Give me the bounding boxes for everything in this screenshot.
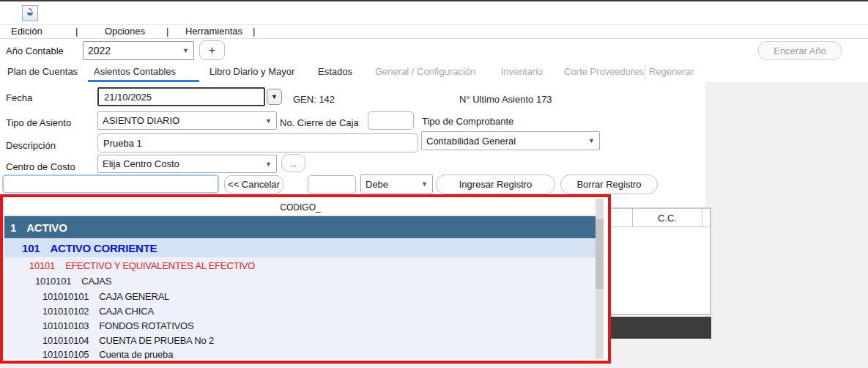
fecha-label: Fecha	[6, 92, 32, 103]
cuenta-search-input[interactable]	[2, 174, 219, 194]
entries-col-cc: C.C.	[633, 209, 702, 227]
chevron-down-icon: ▼	[265, 161, 272, 168]
chevron-down-icon: ▼	[421, 180, 428, 188]
account-name: ACTIVO	[26, 221, 67, 234]
popup-column-header: CODIGO_	[4, 199, 596, 216]
account-row[interactable]: 1 ACTIVO	[4, 216, 596, 238]
account-row-selected[interactable]: 101 ACTIVO CORRIENTE	[4, 238, 596, 257]
tipo-comprobante-label: Tipo de Comprobante	[422, 116, 513, 127]
account-name: CAJA CHICA	[99, 306, 154, 317]
valor-input[interactable]	[308, 175, 356, 194]
centro-costo-more-button[interactable]: ...	[281, 154, 305, 172]
java-coffee-cup-icon	[25, 7, 35, 20]
centro-costo-value: Elija Centro Costo	[103, 158, 262, 169]
entries-col-scroll	[702, 209, 710, 227]
tipo-asiento-label: Tipo de Asiento	[6, 117, 71, 128]
tab-divider	[645, 65, 645, 81]
account-name: CAJA GENERAL	[99, 291, 169, 302]
account-row[interactable]: 101010103 FONDOS ROTATIVOS	[4, 318, 596, 333]
account-row[interactable]: 101010101 CAJA GENERAL	[4, 289, 596, 303]
gen-text: GEN: 142	[293, 94, 335, 105]
account-name: CUENTA DE PRUEBA No 2	[99, 335, 214, 346]
account-row[interactable]: 101010104 CUENTA DE PRUEBA No 2	[4, 333, 596, 347]
account-code: 101	[22, 242, 40, 254]
debe-haber-value: Debe	[366, 179, 418, 190]
popup-scrollbar[interactable]	[596, 199, 604, 359]
popup-scrollbar-thumb[interactable]	[596, 219, 604, 289]
account-code-popup: CODIGO_ 1 ACTIVO 101 ACTIVO CORRIENTE 10…	[0, 194, 611, 364]
centro-costo-label: Centro de Costo	[6, 161, 75, 172]
account-row[interactable]: 10101 EFECTIVO Y EQUIVALENTES AL EFECTIV…	[4, 257, 596, 273]
menu-edicion[interactable]: Edición	[11, 26, 42, 37]
descripcion-label: Descripción	[6, 140, 56, 151]
descripcion-input[interactable]	[97, 133, 418, 152]
cierre-caja-input[interactable]	[368, 111, 414, 130]
debe-haber-select[interactable]: Debe ▼	[360, 174, 433, 194]
account-code: 101010105	[42, 347, 89, 359]
anio-contable-label: Año Contable	[6, 45, 64, 56]
account-name: ACTIVO CORRIENTE	[50, 242, 157, 254]
encerar-anio-button[interactable]: Encerar Año	[758, 41, 842, 60]
menu-separator: |	[253, 26, 255, 37]
app-window-icon[interactable]	[22, 5, 38, 21]
borrar-registro-button[interactable]: Borrar Registro	[560, 174, 658, 194]
tab-plan-de-cuentas[interactable]: Plan de Cuentas	[7, 66, 78, 77]
tab-libro-diario-mayor[interactable]: Libro Diario y Mayor	[209, 66, 294, 77]
toolbar-divider	[0, 24, 868, 25]
ingresar-registro-button[interactable]: Ingresar Registro	[436, 174, 555, 194]
account-row[interactable]: 101010102 CAJA CHICA	[4, 303, 596, 318]
menu-separator: |	[75, 26, 78, 37]
cancelar-button[interactable]: << Cancelar	[224, 175, 283, 194]
menu-opciones[interactable]: Opciones	[105, 26, 145, 37]
account-code: 10101	[29, 260, 55, 271]
account-name: CAJAS	[81, 276, 111, 287]
menubar-divider	[0, 38, 868, 39]
account-row-clipped[interactable]: 101010105 Cuenta de prueba	[4, 347, 596, 359]
account-code: 101010104	[42, 335, 89, 346]
cierre-caja-label: No. Cierre de Caja	[280, 117, 359, 128]
fecha-dropdown-button[interactable]: ▼	[267, 89, 282, 105]
account-code: 101010103	[42, 320, 89, 331]
chevron-down-icon: ▼	[588, 137, 595, 144]
chevron-down-icon: ▼	[271, 93, 278, 100]
tab-estados[interactable]: Estados	[318, 66, 352, 77]
account-name: EFECTIVO Y EQUIVALENTES AL EFECTIVO	[65, 260, 255, 271]
tab-corte-proveedores[interactable]: Corte Proveedores	[564, 66, 644, 77]
menu-herramientas[interactable]: Herramientas	[185, 26, 242, 37]
tab-inventario[interactable]: Inventario	[501, 66, 543, 77]
account-name: Cuenta de prueba	[99, 347, 173, 359]
window-top-border	[0, 0, 868, 1]
fecha-input[interactable]	[99, 89, 264, 105]
anio-contable-select[interactable]: 2022 ▼	[83, 41, 194, 60]
add-year-button[interactable]: +	[199, 40, 225, 60]
account-name: FONDOS ROTATIVOS	[99, 320, 193, 331]
tipo-comprobante-value: Contabilidad General	[426, 136, 585, 147]
tab-asientos-contables[interactable]: Asientos Contables	[94, 66, 176, 77]
anio-contable-value: 2022	[88, 45, 179, 56]
tipo-asiento-value: ASIENTO DIARIO	[103, 115, 262, 126]
tipo-asiento-select[interactable]: ASIENTO DIARIO ▼	[97, 111, 277, 130]
account-code: 1	[10, 221, 16, 234]
chevron-down-icon: ▼	[182, 47, 189, 54]
account-code: 101010102	[42, 306, 89, 317]
menu-separator: |	[166, 26, 168, 37]
active-tab-underline	[88, 80, 199, 82]
account-code: 101010101	[42, 291, 89, 302]
fecha-field-wrap	[97, 87, 265, 106]
account-list: 1 ACTIVO 101 ACTIVO CORRIENTE 10101 EFEC…	[4, 216, 596, 359]
tab-regenerar[interactable]: Regenerar	[649, 66, 694, 77]
tipo-comprobante-select[interactable]: Contabilidad General ▼	[421, 131, 600, 150]
ultimo-asiento-text: N° Ultimo Asiento 173	[459, 94, 552, 105]
account-row[interactable]: 1010101 CAJAS	[4, 273, 596, 289]
centro-costo-select[interactable]: Elija Centro Costo ▼	[97, 155, 277, 173]
chevron-down-icon: ▼	[265, 117, 272, 125]
account-code: 1010101	[35, 276, 71, 287]
tab-general-configuracion[interactable]: General / Configuración	[375, 66, 475, 77]
